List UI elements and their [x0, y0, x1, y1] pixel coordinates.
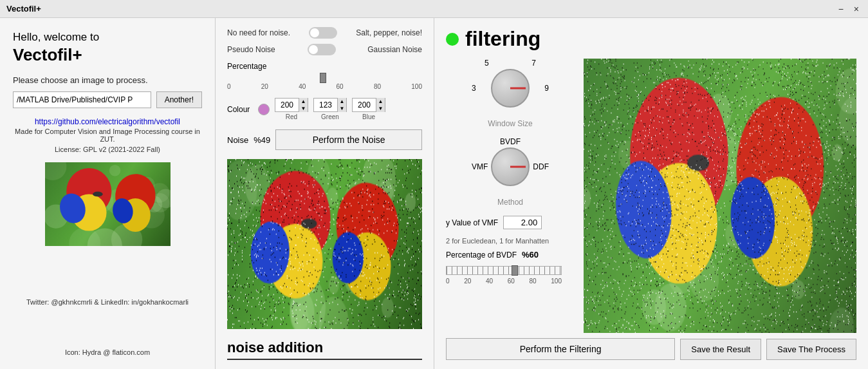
y-value-desc: 2 for Eucledean, 1 for Manhatten — [446, 237, 575, 245]
window-size-section: 5 7 3 9 Window Size — [446, 59, 575, 128]
red-input[interactable] — [275, 99, 299, 111]
percentage-slider-labels: 0 20 40 60 80 100 — [227, 83, 422, 90]
bvdf-slider-labels: 0 20 40 60 80 100 — [446, 278, 562, 285]
toggle-knob — [310, 28, 319, 37]
green-down-btn[interactable]: ▼ — [337, 105, 346, 112]
minimize-button[interactable]: − — [836, 4, 846, 14]
red-input-wrap: ▲ ▼ — [275, 98, 308, 112]
filtering-controls: 5 7 3 9 Window Size — [446, 59, 575, 333]
path-input[interactable] — [13, 91, 151, 108]
colour-row: Colour ▲ ▼ Red ▲ ▼ — [227, 98, 422, 120]
red-label: Red — [286, 113, 297, 120]
toggle1-right-label: Salt, pepper, noise! — [356, 28, 422, 37]
filtering-header: filtering — [446, 27, 856, 51]
bvdf-slider[interactable] — [446, 266, 562, 275]
blue-spinner: ▲ ▼ Blue — [352, 98, 385, 120]
main-container: Hello, welcome to Vectofil+ Please choos… — [0, 18, 868, 369]
noise-toggle-row1: No need for noise. Salt, pepper, noise! — [227, 27, 422, 39]
bvdf-row: Percentage of BVDF %60 — [446, 250, 575, 260]
blue-input[interactable] — [353, 99, 376, 111]
window-size-knob[interactable] — [491, 69, 530, 108]
result-image-box — [584, 59, 856, 333]
perform-filtering-button[interactable]: Perform the Filtering — [446, 338, 675, 360]
social-text: Twitter: @gkhnkcmrli & LinkedIn: in/gokh… — [13, 298, 202, 306]
percentage-label: Percentage — [227, 62, 422, 71]
window-size-knob-wrap: 5 7 3 9 — [472, 59, 549, 117]
green-label: Green — [321, 113, 339, 120]
noise-label: Noise — [227, 135, 248, 145]
window-label-3: 3 — [472, 84, 476, 93]
green-arrows: ▲ ▼ — [337, 98, 346, 112]
welcome-line1: Hello, welcome to — [13, 31, 202, 44]
another-button[interactable]: Another! — [156, 91, 202, 108]
icon-credit: Icon: Hydra @ flaticon.com — [13, 348, 202, 356]
colour-label: Colour — [227, 105, 253, 114]
filtering-body: 5 7 3 9 Window Size — [446, 59, 856, 333]
description-text: Made for Computer Vision and Image Proce… — [13, 128, 202, 143]
red-arrows: ▲ ▼ — [299, 98, 308, 112]
close-button[interactable]: × — [851, 4, 862, 14]
y-value-row: y Value of VMF — [446, 216, 575, 229]
green-input-wrap: ▲ ▼ — [313, 98, 347, 112]
method-section: BVDF VMF DDF Method — [446, 137, 575, 207]
status-indicator — [446, 33, 459, 46]
app-title: Vectofil+ — [6, 4, 41, 14]
red-spinner: ▲ ▼ Red — [275, 98, 308, 120]
perform-noise-button[interactable]: Perform the Noise — [275, 129, 422, 150]
method-indicator — [510, 166, 526, 168]
window-controls: − × — [836, 4, 862, 14]
right-panel: filtering 5 7 3 — [434, 18, 868, 369]
subtitle: Please choose an image to process. — [13, 75, 202, 85]
github-link[interactable]: https://github.com/electricalgorithm/vec… — [13, 117, 202, 126]
window-label-7: 7 — [531, 59, 536, 68]
left-panel: Hello, welcome to Vectofil+ Please choos… — [0, 18, 216, 369]
window-size-indicator — [510, 88, 526, 90]
toggle2-left-label: Pseudo Noise — [227, 45, 275, 54]
toggle2-right-label: Gaussian Noise — [367, 45, 422, 54]
noise-toggle-row2: Pseudo Noise Gaussian Noise — [227, 44, 422, 55]
save-process-button[interactable]: Save The Process — [766, 339, 856, 360]
window-size-sublabel: Window Size — [488, 119, 532, 128]
blue-arrows: ▲ ▼ — [376, 98, 385, 112]
parrot-preview — [45, 162, 171, 246]
noise-addition-title: noise addition — [227, 339, 422, 360]
red-up-btn[interactable]: ▲ — [299, 98, 308, 105]
window-label-5: 5 — [485, 59, 489, 68]
colour-dot[interactable] — [258, 104, 270, 115]
toggle-knob2 — [309, 45, 318, 54]
blue-down-btn[interactable]: ▼ — [376, 105, 385, 112]
toggle1-left-label: No need for noise. — [227, 28, 290, 37]
blue-up-btn[interactable]: ▲ — [376, 98, 385, 105]
salt-pepper-toggle[interactable] — [309, 27, 337, 39]
title-bar: Vectofil+ − × — [0, 0, 868, 18]
method-label-ddf: DDF — [533, 162, 549, 171]
green-spinner: ▲ ▼ Green — [313, 98, 347, 120]
filtering-title: filtering — [465, 27, 540, 51]
method-knob[interactable] — [491, 147, 530, 186]
blue-input-wrap: ▲ ▼ — [352, 98, 385, 112]
method-knob-wrap: BVDF VMF DDF — [472, 137, 549, 195]
method-sublabel: Method — [497, 198, 523, 207]
noise-percent: %49 — [254, 135, 270, 145]
noise-btn-row: Noise %49 Perform the Noise — [227, 129, 422, 150]
percentage-slider[interactable] — [227, 73, 422, 82]
bottom-btns: Perform the Filtering Save the Result Sa… — [446, 338, 856, 360]
red-down-btn[interactable]: ▼ — [299, 105, 308, 112]
green-up-btn[interactable]: ▲ — [337, 98, 346, 105]
knob-top-labels: 5 7 — [485, 59, 536, 68]
noise-image-box — [227, 159, 422, 329]
welcome-line2: Vectofil+ — [13, 45, 202, 65]
green-input[interactable] — [314, 99, 337, 111]
license-text: License: GPL v2 (2021-2022 Fall) — [13, 146, 202, 153]
method-label-vmf: VMF — [472, 162, 488, 171]
save-result-button[interactable]: Save the Result — [680, 339, 761, 360]
gaussian-toggle[interactable] — [308, 44, 336, 55]
method-top-label: BVDF — [472, 137, 549, 146]
knob-side-labels: 3 9 — [472, 69, 549, 108]
window-label-9: 9 — [544, 84, 549, 93]
bvdf-slider-wrap: 0 20 40 60 80 100 — [446, 266, 562, 285]
bvdf-value: %60 — [522, 250, 539, 260]
y-value-input[interactable] — [503, 216, 542, 229]
blue-label: Blue — [362, 113, 375, 120]
percentage-row: Percentage 0 20 40 60 80 100 — [227, 62, 422, 90]
